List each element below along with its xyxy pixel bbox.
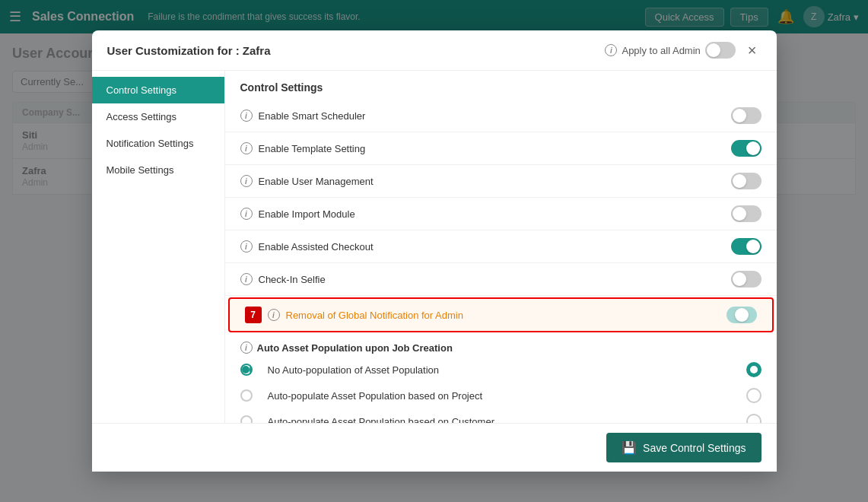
radio-no-auto: No Auto-population of Asset Population: [225, 357, 777, 383]
radio-no-auto-indicator: [746, 362, 761, 377]
global-notification-toggle[interactable]: [727, 307, 757, 323]
user-management-info-icon[interactable]: i: [240, 175, 253, 187]
radio-no-auto-label: No Auto-population of Asset Population: [259, 364, 740, 376]
modal-sidebar: Control Settings Access Settings Notific…: [92, 71, 225, 423]
import-module-toggle[interactable]: [731, 205, 761, 222]
radio-no-auto-circle[interactable]: [240, 364, 253, 376]
section-auto-asset-header: i Auto Asset Population upon Job Creatio…: [225, 334, 777, 357]
radio-auto-project-circle[interactable]: [240, 389, 253, 402]
radio-auto-customer-indicator: [746, 414, 761, 423]
radio-auto-project-label: Auto-populate Asset Population based on …: [259, 390, 740, 402]
import-module-info-icon[interactable]: i: [240, 208, 253, 220]
modal-title: User Customization for : Zafra: [107, 44, 271, 57]
assisted-checkout-info-icon[interactable]: i: [240, 240, 253, 253]
assisted-checkout-toggle[interactable]: [731, 238, 761, 255]
user-management-toggle[interactable]: [731, 173, 761, 189]
radio-auto-customer-label: Auto-populate Asset Population based on …: [259, 416, 740, 424]
auto-asset-title: Auto Asset Population upon Job Creation: [257, 342, 453, 354]
sidebar-item-access-settings[interactable]: Access Settings: [92, 103, 224, 130]
modal-footer: 💾 Save Control Settings: [92, 423, 777, 472]
radio-auto-customer: Auto-populate Asset Population based on …: [225, 408, 777, 423]
import-module-label: Enable Import Module: [259, 208, 725, 220]
modal-body: Control Settings Access Settings Notific…: [92, 71, 777, 423]
modal-content: Control Settings i Enable Smart Schedule…: [225, 71, 777, 423]
radio-auto-customer-circle[interactable]: [240, 415, 253, 423]
setting-import-module: i Enable Import Module: [225, 198, 777, 230]
checkin-selfie-toggle[interactable]: [731, 271, 761, 288]
save-btn-label: Save Control Settings: [643, 442, 746, 454]
apply-all-info-icon[interactable]: i: [605, 44, 617, 56]
apply-all-label: Apply to all Admin: [622, 45, 700, 56]
global-notification-info-icon[interactable]: i: [268, 309, 280, 321]
sidebar-item-control-settings[interactable]: Control Settings: [92, 77, 224, 103]
setting-user-management: i Enable User Management: [225, 165, 777, 198]
setting-template: i Enable Template Setting: [225, 132, 777, 165]
setting-global-notification: 7 i Removal of Global Notification for A…: [228, 297, 774, 332]
radio-auto-project-indicator: [746, 388, 761, 403]
setting-smart-scheduler: i Enable Smart Scheduler: [225, 100, 777, 132]
template-info-icon[interactable]: i: [240, 142, 253, 154]
save-icon: 💾: [622, 440, 637, 455]
content-header: Control Settings: [225, 71, 777, 100]
smart-scheduler-label: Enable Smart Scheduler: [259, 110, 725, 122]
user-management-label: Enable User Management: [259, 176, 725, 187]
apply-all-container: i Apply to all Admin: [605, 42, 735, 59]
setting-assisted-checkout: i Enable Assisted Checkout: [225, 230, 777, 263]
sidebar-item-mobile-settings[interactable]: Mobile Settings: [92, 157, 224, 183]
modal-overlay: User Customization for : Zafra i Apply t…: [0, 0, 868, 502]
modal-header: User Customization for : Zafra i Apply t…: [92, 30, 777, 71]
modal-header-right: i Apply to all Admin ×: [605, 41, 761, 59]
checkin-selfie-info-icon[interactable]: i: [240, 273, 253, 285]
radio-auto-project: Auto-populate Asset Population based on …: [225, 383, 777, 408]
smart-scheduler-toggle[interactable]: [731, 107, 761, 124]
apply-all-toggle[interactable]: [705, 42, 736, 59]
step-badge: 7: [245, 307, 262, 323]
sidebar-item-notification-settings[interactable]: Notification Settings: [92, 130, 224, 157]
setting-checkin-selfie: i Check-In Selfie: [225, 263, 777, 296]
template-label: Enable Template Setting: [259, 143, 725, 154]
settings-list: i Enable Smart Scheduler i Enable Templa…: [225, 100, 777, 423]
modal-close-button[interactable]: ×: [743, 41, 761, 59]
save-control-settings-button[interactable]: 💾 Save Control Settings: [606, 433, 761, 462]
template-toggle[interactable]: [731, 140, 761, 157]
modal-dialog: User Customization for : Zafra i Apply t…: [92, 30, 777, 472]
assisted-checkout-label: Enable Assisted Checkout: [259, 241, 725, 253]
smart-scheduler-info-icon[interactable]: i: [240, 110, 253, 122]
global-notification-label: Removal of Global Notification for Admin: [286, 310, 720, 321]
auto-asset-info-icon[interactable]: i: [240, 342, 253, 354]
checkin-selfie-label: Check-In Selfie: [259, 274, 725, 285]
